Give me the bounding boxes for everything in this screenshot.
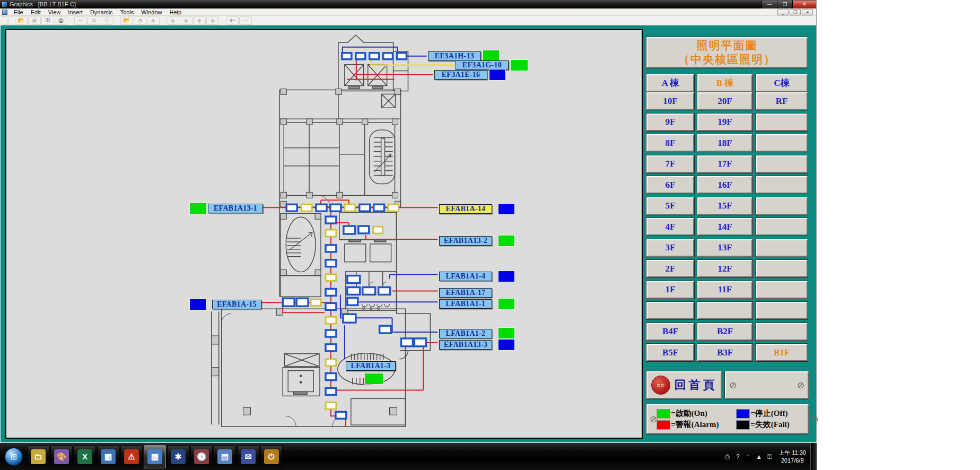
floor-button-10f[interactable]: 10F [646, 92, 694, 110]
menu-file[interactable]: File [10, 8, 27, 16]
floor-button-b3f[interactable]: B3F [697, 344, 752, 361]
floor-button-11f[interactable]: 11F [697, 281, 752, 299]
floor-button-20f[interactable]: 20F [697, 92, 752, 110]
floor-button-13f[interactable]: 13F [697, 239, 752, 257]
floor-button-b1f[interactable]: B1F [756, 344, 808, 361]
floor-button-blank [756, 114, 808, 131]
menu-insert[interactable]: Insert [64, 8, 86, 16]
mdi-close-button[interactable]: ✕ [802, 9, 813, 15]
building-header-c[interactable]: C棟 [756, 74, 808, 92]
floor-button-6f[interactable]: 6F [646, 176, 694, 194]
back-button[interactable]: ⇦ [226, 16, 239, 25]
usb-icon[interactable]: ⚿ [766, 453, 773, 460]
floor-button-18f[interactable]: 18F [697, 134, 752, 152]
floor-button-19f[interactable]: 19F [697, 114, 752, 131]
equipment-tag-lfab1a1-4[interactable]: LFAB1A1-4 [439, 272, 492, 281]
floor-button-16f[interactable]: 16F [697, 176, 752, 194]
legend-item: =警報(Alarm) [657, 420, 737, 430]
menu-edit[interactable]: Edit [27, 8, 45, 16]
floor-button-b5f[interactable]: B5F [646, 344, 694, 361]
mdi-minimize-button[interactable]: _ [777, 9, 789, 15]
save-icon: ▣ [32, 18, 37, 23]
floor-button-7f[interactable]: 7F [646, 155, 694, 173]
equipment-tag-lfab1a1-1[interactable]: LFAB1A1-1 [439, 299, 492, 309]
taskbar-clock[interactable]: 上午 11:30 2017/6/8 [778, 449, 806, 465]
equipment-tag-efab1a13-2[interactable]: EFAB1A13-2 [439, 236, 492, 246]
taskbar-app-alarm-app[interactable]: ⚠ [120, 445, 143, 468]
floor-button-b4f[interactable]: B4F [646, 323, 694, 341]
system-tray: ⎙?ᵔ▲⚿ [723, 453, 773, 460]
open-graphic-icon: 📂 [123, 18, 130, 23]
equipment-tag-lfab1a1-2[interactable]: LFAB1A1-2 [439, 329, 492, 338]
open-graphic-button[interactable]: 📂 [120, 16, 133, 25]
menu-view[interactable]: View [45, 8, 65, 16]
equipment-tag-ef3a1e-16[interactable]: EF3A1E-16 [434, 70, 487, 80]
taskbar-app-building-app[interactable]: ▦ [97, 445, 119, 468]
floor-button-9f[interactable]: 9F [646, 114, 694, 131]
close-button[interactable]: ✕ [792, 1, 816, 8]
menu-dynamic[interactable]: Dynamic [86, 8, 117, 16]
menu-tools[interactable]: Tools [117, 8, 138, 16]
cut-button: ✂ [74, 16, 87, 25]
equipment-tag-efab1a-17[interactable]: EFAB1A-17 [439, 288, 492, 298]
taskbar-app-graphics-app[interactable]: ▦ [144, 445, 166, 468]
floor-button-3f[interactable]: 3F [646, 239, 694, 257]
floor-button-5f[interactable]: 5F [646, 197, 694, 215]
maximize-button[interactable]: ❐ [777, 1, 792, 8]
equipment-tag-ef3a1h-13[interactable]: EF3A1H-13 [428, 51, 481, 61]
building-header-a[interactable]: A 棟 [646, 74, 694, 92]
link-4-button: ◈ [193, 16, 206, 25]
taskbar-app-file-explorer[interactable]: 🗀 [27, 445, 49, 468]
taskbar-app-mail-app[interactable]: ✉ [237, 445, 259, 468]
floor-button-14f[interactable]: 14F [697, 218, 752, 236]
taskbar-app-color-wheel-app[interactable]: ✱ [167, 445, 189, 468]
taskbar-app-schedule-app[interactable]: 🕓 [190, 445, 213, 468]
link-icon: ◈ [151, 18, 155, 23]
equipment-tag-efab1a13-1[interactable]: EFAB1A13-1 [208, 204, 263, 213]
floor-button-15f[interactable]: 15F [697, 197, 752, 215]
home-button[interactable]: ⌂ [134, 16, 146, 25]
floor-button-1f[interactable]: 1F [646, 281, 694, 299]
print-button[interactable]: ⎙ [55, 16, 67, 25]
key-button[interactable]: ⚿ [41, 16, 54, 25]
start-button[interactable]: ⊞ [1, 444, 27, 469]
legend-swatch [657, 410, 670, 418]
menu-window[interactable]: Window [137, 8, 165, 16]
link-2-icon: ◈ [171, 18, 175, 23]
taskbar-app-excel[interactable]: X [74, 445, 96, 468]
legend-label: =啟動(On) [671, 408, 707, 419]
equipment-tag-efab1a-14[interactable]: EFAB1A-14 [439, 204, 492, 214]
back-icon: ⇦ [230, 18, 234, 23]
ime-icon[interactable]: ᵔ [745, 453, 752, 460]
status-indicator-ef3a1g-10 [511, 60, 528, 71]
taskbar-app-notebook-app[interactable]: ▤ [214, 445, 236, 468]
equipment-tag-ef3a1g-10[interactable]: EF3A1G-10 [456, 60, 509, 70]
taskbar-app-paint[interactable]: 🎨 [50, 445, 73, 468]
equipment-tag-efab1a13-3[interactable]: EFAB1A13-3 [439, 340, 492, 350]
menu-help[interactable]: Help [165, 8, 185, 16]
equipment-tag-lfab1a1-3[interactable]: LFAB1A1-3 [346, 361, 396, 371]
status-indicator-lfab1a1-4 [498, 271, 514, 282]
mdi-restore-button[interactable]: ❐ [790, 9, 801, 15]
paste-icon: ⎘ [105, 18, 110, 23]
home-button[interactable]: 百貨 回首頁 [646, 371, 722, 399]
floor-button-12f[interactable]: 12F [697, 260, 752, 277]
floor-button-8f[interactable]: 8F [646, 134, 694, 152]
hidden-icons-arrow[interactable]: ▲ [755, 453, 763, 460]
floor-button-2f[interactable]: 2F [646, 260, 694, 277]
taskbar-app-power-book-app[interactable]: ⏻ [260, 445, 283, 468]
panel-title: 照明平面圖 （中央核區照明） [646, 37, 808, 68]
floor-button-17f[interactable]: 17F [697, 155, 752, 173]
mdi-child-icon [2, 10, 7, 15]
floor-button-b2f[interactable]: B2F [697, 323, 752, 341]
equipment-tag-efab1a-15[interactable]: EFAB1A-15 [212, 300, 261, 309]
floor-button-rf[interactable]: RF [756, 92, 808, 110]
printer-icon[interactable]: ⎙ [723, 453, 731, 460]
open-button[interactable]: 📂 [15, 16, 28, 25]
minimize-button[interactable]: — [762, 1, 777, 8]
floor-button-blank [646, 302, 694, 319]
floor-button-4f[interactable]: 4F [646, 218, 694, 236]
help-icon[interactable]: ? [734, 453, 741, 460]
building-header-b[interactable]: B 棟 [697, 74, 752, 92]
show-desktop-button[interactable] [810, 443, 817, 470]
